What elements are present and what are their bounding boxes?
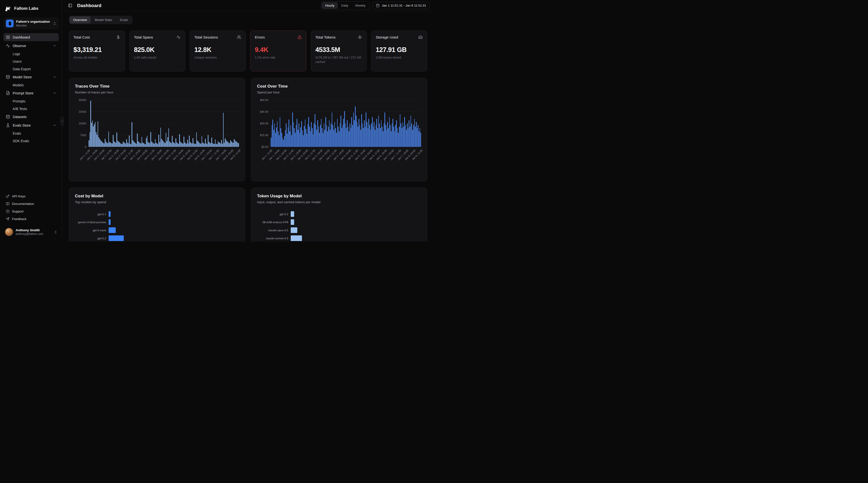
chart-bar[interactable]: [94, 124, 95, 147]
chart-bar[interactable]: [383, 131, 383, 147]
chart-bar[interactable]: [317, 120, 318, 147]
chart-bar[interactable]: [365, 127, 366, 147]
token-usage-by-model-chart[interactable]: gpt-5.20B-A3B-Instruct-FP8claude-opus-4.…: [257, 211, 421, 241]
chart-bar[interactable]: [398, 133, 399, 147]
chart-bar[interactable]: [347, 120, 348, 147]
chart-bar[interactable]: [285, 130, 286, 147]
chart-bar[interactable]: [219, 143, 220, 147]
chart-bar[interactable]: [300, 127, 301, 147]
chart-bar[interactable]: [202, 136, 203, 147]
chart-bar[interactable]: [282, 137, 283, 147]
chart-bar[interactable]: [372, 117, 373, 147]
org-switcher[interactable]: Fallom's organization Member: [3, 18, 59, 29]
chart-bar[interactable]: [220, 143, 221, 147]
sidebar-item-prompt-store[interactable]: Prompt Store: [3, 89, 59, 97]
chart-bar[interactable]: [111, 143, 112, 147]
chart-bar[interactable]: [299, 123, 299, 147]
chart-bar[interactable]: [137, 133, 138, 147]
chart-bar[interactable]: [287, 134, 287, 147]
chart-bar[interactable]: [338, 127, 339, 147]
chart-bar[interactable]: [408, 128, 409, 147]
chart-bar[interactable]: [140, 143, 141, 147]
chart-bar[interactable]: [190, 142, 191, 147]
chart-bar[interactable]: [150, 132, 151, 147]
chart-bar[interactable]: [212, 143, 213, 147]
chart-bar[interactable]: [166, 133, 166, 147]
sidebar-item-api-keys[interactable]: API Keys: [3, 193, 59, 200]
chart-bar[interactable]: [373, 127, 374, 147]
chart-bar[interactable]: [362, 123, 363, 147]
chart-bar[interactable]: [198, 141, 199, 147]
chart-bar[interactable]: [157, 143, 157, 147]
chart-bar[interactable]: [402, 128, 402, 147]
chart-bar[interactable]: [166, 141, 167, 147]
chart-bar[interactable]: [146, 138, 147, 147]
chart-bar[interactable]: [232, 142, 233, 147]
chart-bar[interactable]: [400, 114, 401, 147]
chart-bar[interactable]: [141, 143, 141, 147]
chart-bar[interactable]: [204, 144, 205, 147]
chart-bar[interactable]: [169, 141, 170, 147]
chart-bar[interactable]: [193, 138, 193, 147]
chart-bar[interactable]: [161, 139, 162, 147]
chart-bar[interactable]: [340, 123, 341, 147]
chart-bar[interactable]: [401, 123, 401, 147]
chart-bar[interactable]: [361, 114, 362, 147]
chart-bar[interactable]: [284, 136, 285, 147]
chart-bar[interactable]: [364, 120, 365, 147]
chart-bar[interactable]: [178, 143, 178, 147]
chart-bar[interactable]: [345, 123, 346, 147]
chart-bar[interactable]: [410, 116, 411, 147]
chart-bar[interactable]: [332, 112, 333, 147]
chart-bar[interactable]: [150, 143, 150, 147]
cost-by-model-chart[interactable]: gpt-5.1gemini-3-flash-previewgpt-5-nanog…: [75, 211, 239, 242]
chart-bar[interactable]: [216, 144, 217, 147]
chart-bar[interactable]: [147, 136, 148, 147]
chart-bar[interactable]: [121, 144, 122, 147]
chart-bar[interactable]: [226, 140, 226, 147]
chart-bar[interactable]: [327, 125, 327, 147]
chart-bar[interactable]: [170, 142, 171, 147]
date-range-button[interactable]: Jan 1 11:51:31 - Jan 8 11:51:31: [372, 2, 430, 9]
chart-bar[interactable]: [291, 219, 294, 225]
chart-bar[interactable]: [326, 117, 326, 147]
chart-bar[interactable]: [315, 114, 315, 147]
chart-bar[interactable]: [392, 123, 393, 147]
chart-bar[interactable]: [139, 142, 140, 147]
chart-bar[interactable]: [306, 129, 306, 147]
chart-bar[interactable]: [417, 125, 418, 147]
chart-bar[interactable]: [205, 139, 206, 147]
chart-bar[interactable]: [195, 144, 196, 147]
sidebar-item-feedback[interactable]: Feedback: [3, 216, 59, 223]
chart-bar[interactable]: [228, 143, 229, 147]
range-weekly-button[interactable]: Weekly: [352, 2, 369, 8]
chart-bar[interactable]: [179, 134, 180, 147]
chart-bar[interactable]: [348, 127, 348, 147]
chart-bar[interactable]: [337, 119, 338, 147]
chart-bar[interactable]: [272, 125, 272, 147]
sidebar-item-prompts[interactable]: Prompts: [3, 98, 59, 105]
chart-bar[interactable]: [291, 235, 302, 241]
chart-bar[interactable]: [278, 131, 279, 147]
chart-bar[interactable]: [200, 144, 202, 147]
range-hourly-button[interactable]: Hourly: [322, 2, 338, 8]
sidebar-item-datasets[interactable]: Datasets: [3, 113, 59, 121]
chart-bar[interactable]: [283, 140, 284, 147]
chart-bar[interactable]: [334, 122, 335, 147]
chart-bar[interactable]: [307, 134, 307, 147]
chart-bar[interactable]: [297, 119, 297, 147]
chart-bar[interactable]: [336, 133, 337, 147]
sidebar-item-data-export[interactable]: Data Export: [3, 65, 59, 72]
chart-bar[interactable]: [97, 135, 97, 147]
chart-bar[interactable]: [330, 130, 331, 147]
chart-bar[interactable]: [103, 143, 104, 147]
chart-bar[interactable]: [382, 127, 382, 147]
chart-bar[interactable]: [104, 143, 104, 147]
chart-bar[interactable]: [384, 123, 384, 147]
chart-bar[interactable]: [418, 131, 420, 147]
chart-plot[interactable]: [271, 100, 421, 147]
chart-bar[interactable]: [308, 124, 308, 147]
chart-bar[interactable]: [172, 136, 173, 147]
sidebar-item-dashboard[interactable]: Dashboard: [3, 33, 59, 41]
tab-model-stats[interactable]: Model Stats: [91, 17, 116, 24]
